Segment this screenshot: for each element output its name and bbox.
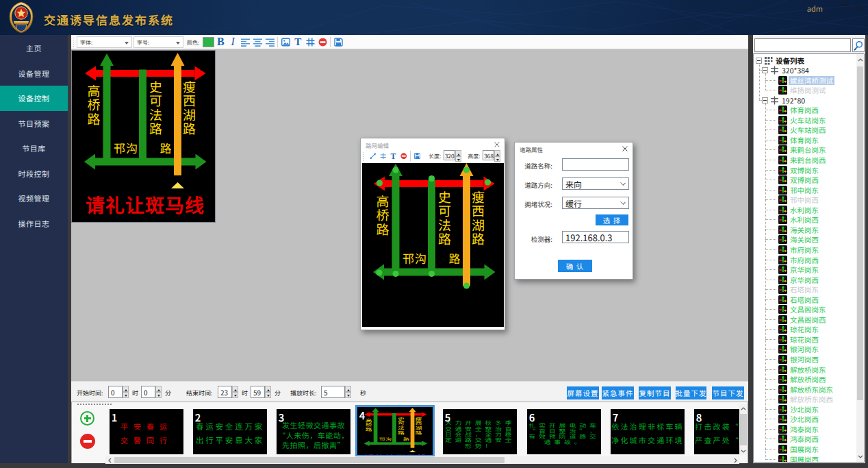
spin-up-icon[interactable] — [265, 386, 271, 392]
tree-node-体育岗东[interactable]: 体育岗东 — [754, 135, 820, 145]
tree-node-设备列表[interactable]: 设备列表 — [754, 56, 806, 66]
tree-node-海关岗西[interactable]: 海关岗西 — [754, 234, 820, 245]
sidebar-item-8[interactable]: 操作日志 — [0, 211, 68, 236]
spin-down-icon[interactable] — [232, 392, 238, 398]
scroll-down-button[interactable] — [739, 447, 748, 455]
device-search-input[interactable] — [754, 38, 851, 52]
spin-down-icon[interactable] — [123, 392, 129, 398]
tree-node-体育岗西[interactable]: 体育岗西 — [754, 105, 820, 115]
height-value[interactable]: 368 — [483, 150, 494, 160]
emergency-event-button[interactable]: 紧急事件 — [602, 386, 634, 399]
sidebar-item-5[interactable]: 节目库 — [0, 136, 68, 161]
scroll-right-button[interactable] — [731, 456, 739, 464]
align-center-button[interactable] — [251, 36, 264, 49]
tree-node-双博岗东[interactable]: 双博岗东 — [754, 165, 820, 175]
save-button[interactable] — [332, 36, 344, 49]
height-spinner[interactable]: 368 — [483, 150, 500, 162]
props-dialog-close-icon[interactable] — [622, 145, 628, 152]
tree-node-琼花岗东[interactable]: 琼花岗东 — [754, 324, 820, 334]
duration-value[interactable]: 5 — [321, 386, 345, 398]
program-send-button[interactable]: 节目下发 — [712, 386, 744, 399]
sidebar-item-3[interactable]: 设备控制 — [0, 86, 68, 111]
playlist-item-8[interactable]: 8打击改装“炸街”严查严处“机改” — [694, 409, 739, 454]
spin-down-icon[interactable] — [455, 156, 461, 162]
tree-node-鸿泰岗西[interactable]: 鸿泰岗西 — [754, 434, 820, 444]
road-direction-select[interactable]: 来向 — [562, 177, 629, 190]
playlist-item-7[interactable]: 7依法治理非标车辆净化城市交通环境 — [611, 409, 685, 454]
playlist-vertical-scrollbar[interactable] — [739, 404, 748, 455]
playlist-item-4[interactable]: 4高桥路史可法路瘦西湖路邗沟路请礼让斑马线 — [355, 405, 435, 456]
tree-vertical-scrollbar[interactable] — [856, 54, 864, 462]
spin-up-icon[interactable] — [345, 386, 351, 392]
start-minute-value[interactable]: 0 — [141, 386, 155, 398]
roadnet-tool-button[interactable] — [304, 36, 316, 49]
delete-element-button[interactable] — [316, 36, 329, 49]
end-hour-spinner[interactable]: 23 — [218, 386, 238, 397]
align-right-button[interactable] — [264, 36, 276, 49]
insert-text-button[interactable]: T — [292, 36, 304, 49]
font-size-combo[interactable]: 字号: — [133, 36, 183, 48]
spin-down-icon[interactable] — [265, 392, 271, 398]
tree-node-国展岗西[interactable]: 国展岗西 — [754, 454, 820, 463]
device-search-button[interactable] — [852, 38, 865, 52]
road-name-input[interactable] — [562, 158, 629, 171]
playlist-item-6[interactable]: 6扎实开展电动车“百日整治”，有效预防道路交通事故。 — [527, 409, 601, 454]
spin-up-icon[interactable] — [232, 386, 238, 392]
scrollbar-thumb[interactable] — [857, 66, 863, 400]
tree-expander-icon[interactable] — [762, 97, 768, 103]
tree-node-水利岗西[interactable]: 水利岗西 — [754, 214, 820, 225]
sidebar-item-6[interactable]: 时段控制 — [0, 161, 68, 186]
insert-image-button[interactable] — [279, 36, 292, 49]
length-spinner[interactable]: 320 — [444, 150, 461, 162]
scrollbar-thumb[interactable] — [740, 414, 747, 445]
length-value[interactable]: 320 — [444, 150, 455, 160]
sidebar-item-4[interactable]: 节目预案 — [0, 111, 68, 136]
roadnet-dialog-close-icon[interactable] — [494, 141, 500, 148]
tree-node-邗中岗西[interactable]: 邗中岗西 — [754, 195, 820, 205]
playlist-item-2[interactable]: 2春运安全连万家出行平安靠大家 — [193, 409, 267, 454]
color-swatch-button[interactable] — [203, 36, 214, 49]
tree-node-水利岗东[interactable]: 水利岗东 — [754, 205, 820, 215]
align-left-button[interactable] — [239, 36, 251, 49]
scroll-down-button[interactable] — [856, 451, 864, 462]
duration-spinner[interactable]: 5 — [321, 386, 351, 397]
tree-node-琼花岗西[interactable]: 琼花岗西 — [754, 334, 820, 345]
led-preview-panel[interactable]: 高桥路史可法路瘦西湖路邗沟路请礼让斑马线 — [71, 50, 216, 223]
tree-node-320*384[interactable]: 320*384 — [754, 65, 810, 75]
scroll-left-button[interactable] — [105, 456, 114, 464]
copy-program-button[interactable]: 复制节目 — [639, 386, 671, 399]
screen-settings-button[interactable]: 屏幕设置 — [567, 386, 599, 399]
spin-up-icon[interactable] — [123, 386, 129, 392]
minimize-button[interactable] — [839, 1, 849, 6]
tree-node-银河岗东[interactable]: 银河岗东 — [754, 344, 820, 354]
congestion-select[interactable]: 缓行 — [562, 197, 629, 209]
tree-node-京华岗东[interactable]: 京华岗东 — [754, 264, 820, 275]
sidebar-item-1[interactable]: 主页 — [0, 36, 68, 61]
roadnet-dialog-titlebar[interactable]: 路网编辑 — [361, 138, 505, 150]
confirm-button[interactable]: 确 认 — [558, 260, 592, 272]
spin-down-icon[interactable] — [345, 392, 351, 398]
crossing-tool-button[interactable] — [378, 151, 388, 161]
tree-node-市府岗西[interactable]: 市府岗西 — [754, 255, 820, 265]
tree-node-鸿泰岗东[interactable]: 鸿泰岗东 — [754, 424, 820, 434]
tree-expander-icon[interactable] — [762, 67, 768, 73]
tree-node-海关岗东[interactable]: 海关岗东 — [754, 225, 820, 235]
tree-node-石塔岗东[interactable]: 石塔岗东 — [754, 284, 820, 295]
detector-input[interactable] — [562, 231, 629, 243]
spin-up-icon[interactable] — [494, 150, 500, 156]
tree-node-沙北岗东[interactable]: 沙北岗东 — [754, 404, 820, 415]
start-minute-spinner[interactable]: 0 — [141, 386, 162, 397]
close-button[interactable] — [854, 2, 864, 12]
start-hour-spinner[interactable]: 0 — [108, 386, 129, 397]
tree-expander-icon[interactable] — [756, 58, 762, 64]
tree-node-石塔岗西[interactable]: 石塔岗西 — [754, 295, 820, 305]
playlist-item-3[interactable]: 3发生轻微交通事故“人未伤，车能动，先拍照，后撤离” — [277, 409, 350, 454]
sidebar-item-2[interactable]: 设备管理 — [0, 61, 68, 86]
spin-down-icon[interactable] — [155, 392, 162, 398]
bold-button[interactable]: B — [214, 36, 227, 49]
scroll-up-button[interactable] — [856, 54, 864, 65]
tree-node-国展岗东[interactable]: 国展岗东 — [754, 444, 820, 454]
playlist-item-1[interactable]: 1平安春运交警同行 — [110, 409, 183, 454]
start-hour-value[interactable]: 0 — [108, 386, 123, 398]
tree-node-市府岗东[interactable]: 市府岗东 — [754, 245, 820, 255]
